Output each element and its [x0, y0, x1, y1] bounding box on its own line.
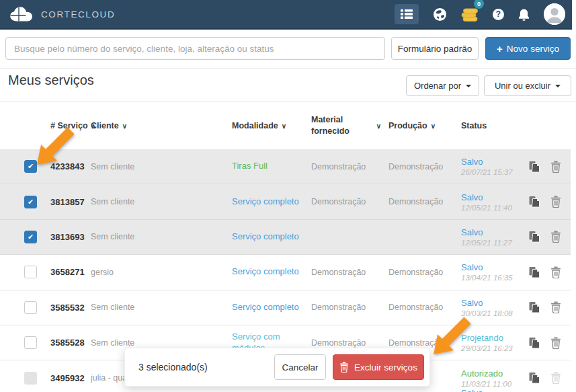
status-date: 11/03/21 11:00: [461, 380, 528, 388]
material-value: Demonstração: [308, 197, 383, 206]
help-icon: ?: [493, 9, 504, 20]
page-title: Meus serviços: [8, 73, 94, 88]
duplicate-icon[interactable]: [528, 196, 540, 208]
status-date: 13/04/21 16:35: [461, 274, 528, 282]
sort-desc-icon: ∨: [122, 122, 127, 130]
bell-icon: [518, 8, 530, 21]
status-link[interactable]: Salvo: [461, 192, 528, 202]
list-icon: [401, 9, 413, 19]
cortecloud-logo-icon: [9, 6, 35, 22]
table-row: 3585532 Sem cliente Serviço completo Dem…: [0, 290, 571, 325]
header-client[interactable]: Cliente∨: [91, 121, 229, 130]
annotation-arrow-delete-button: [423, 308, 480, 364]
brand[interactable]: CORTECLOUD: [9, 6, 115, 22]
modality-link[interactable]: Serviço completo: [232, 231, 299, 241]
row-checkbox[interactable]: [24, 336, 37, 349]
header-modality[interactable]: Modalidade∨: [229, 121, 308, 130]
selection-bar: 3 selecionado(s) Cancelar Excluir serviç…: [124, 348, 430, 387]
delete-services-label: Excluir serviços: [354, 362, 417, 373]
status-link[interactable]: Salvo: [461, 157, 528, 167]
material-value: Demonstração: [308, 338, 383, 348]
duplicate-icon[interactable]: [528, 266, 540, 278]
duplicate-icon[interactable]: [528, 301, 540, 313]
status-date: 26/07/21 15:37: [461, 168, 528, 176]
plus-icon: +: [497, 43, 503, 54]
merge-or-delete-button[interactable]: Unir ou excluir: [484, 75, 571, 96]
row-checkbox[interactable]: [24, 301, 37, 314]
modality-link[interactable]: Tiras Full: [232, 161, 268, 171]
credits-badge: 0: [474, 0, 484, 9]
duplicate-icon[interactable]: [528, 161, 540, 173]
app-window: CORTECLOUD: [0, 0, 576, 392]
header-production[interactable]: Produção∨: [383, 121, 456, 130]
duplicate-icon[interactable]: [528, 337, 540, 349]
new-service-button[interactable]: + Novo serviço: [485, 37, 571, 60]
table-row: 3658271 gersio Serviço completo Demonstr…: [0, 255, 571, 290]
header-status: Status: [456, 121, 528, 130]
duplicate-icon[interactable]: [528, 372, 540, 384]
merge-or-delete-label: Unir ou excluir: [495, 81, 550, 91]
brand-text: CORTECLOUD: [41, 9, 115, 19]
caret-down-icon: [555, 85, 561, 87]
trash-icon[interactable]: [550, 231, 561, 243]
service-number: 3813693: [50, 232, 91, 242]
row-checkbox[interactable]: [24, 266, 37, 278]
service-number: 3813857: [50, 197, 91, 207]
globe-nav-button[interactable]: [433, 4, 447, 24]
user-avatar[interactable]: [544, 3, 565, 25]
default-form-button[interactable]: Formulário padrão: [391, 37, 479, 60]
row-checkbox[interactable]: [24, 372, 37, 385]
toolbar-divider: [0, 68, 576, 69]
header-material[interactable]: Material fornecido ∨: [308, 114, 383, 137]
credits-nav-button[interactable]: 0: [461, 4, 479, 24]
production-value: Demonstração: [383, 162, 456, 171]
navbar-icons: 0 ?: [395, 3, 565, 25]
trash-icon[interactable]: [550, 301, 561, 313]
service-number: 3495932: [50, 373, 91, 383]
table-header-row: # Serviço∧ Cliente∨ Modalidade∨ Material…: [0, 102, 571, 149]
row-checkbox[interactable]: ✔: [24, 196, 37, 208]
trash-icon[interactable]: [550, 266, 561, 278]
sort-desc-icon: ∨: [282, 122, 286, 130]
service-number: 3585532: [50, 303, 91, 313]
status-link[interactable]: Salvo: [461, 298, 528, 308]
search-input[interactable]: [5, 37, 385, 60]
caret-down-icon: [466, 85, 471, 87]
trash-icon: [339, 362, 349, 373]
sort-desc-icon: ∨: [431, 122, 436, 130]
table-row: ✔ 3813857 Sem cliente Serviço completo D…: [0, 184, 571, 219]
trash-icon[interactable]: [550, 196, 561, 208]
material-value: Demonstração: [308, 162, 383, 171]
row-checkbox[interactable]: ✔: [24, 231, 37, 243]
client-name: Sem cliente: [91, 303, 229, 312]
modality-link[interactable]: Serviço completo: [232, 302, 299, 312]
status-link[interactable]: Salvo: [461, 227, 528, 237]
material-value: Demonstração: [308, 268, 383, 277]
top-navbar: CORTECLOUD: [0, 0, 572, 30]
modality-link[interactable]: Serviço completo: [232, 196, 299, 206]
table-row: ✔ 4233843 Sem cliente Tiras Full Demonst…: [0, 149, 571, 184]
cancel-button[interactable]: Cancelar: [274, 354, 326, 380]
coins-icon: [461, 7, 479, 22]
production-value: Demonstração: [383, 268, 456, 277]
client-name: gersio: [91, 268, 229, 277]
order-by-button[interactable]: Ordenar por: [406, 75, 479, 96]
delete-services-button[interactable]: Excluir serviços: [333, 354, 424, 380]
trash-icon[interactable]: [550, 337, 561, 349]
service-number: 3585528: [50, 338, 91, 348]
production-value: Demonstração: [383, 197, 456, 206]
services-list-nav-button[interactable]: [395, 4, 419, 24]
service-number: 3658271: [50, 267, 91, 277]
status-date: 12/05/21 11:40: [461, 204, 528, 212]
status-link[interactable]: Autorizado: [461, 368, 528, 379]
trash-icon[interactable]: [550, 372, 561, 384]
globe-icon: [433, 7, 447, 22]
trash-icon[interactable]: [550, 161, 561, 173]
help-nav-button[interactable]: ?: [493, 4, 504, 24]
modality-link[interactable]: Serviço completo: [232, 266, 299, 276]
status-link[interactable]: Salvo: [461, 262, 528, 272]
notifications-nav-button[interactable]: [518, 4, 530, 24]
material-value: Demonstração: [308, 303, 383, 312]
duplicate-icon[interactable]: [528, 231, 540, 243]
partial-next-row-status: Salvo: [461, 388, 483, 392]
